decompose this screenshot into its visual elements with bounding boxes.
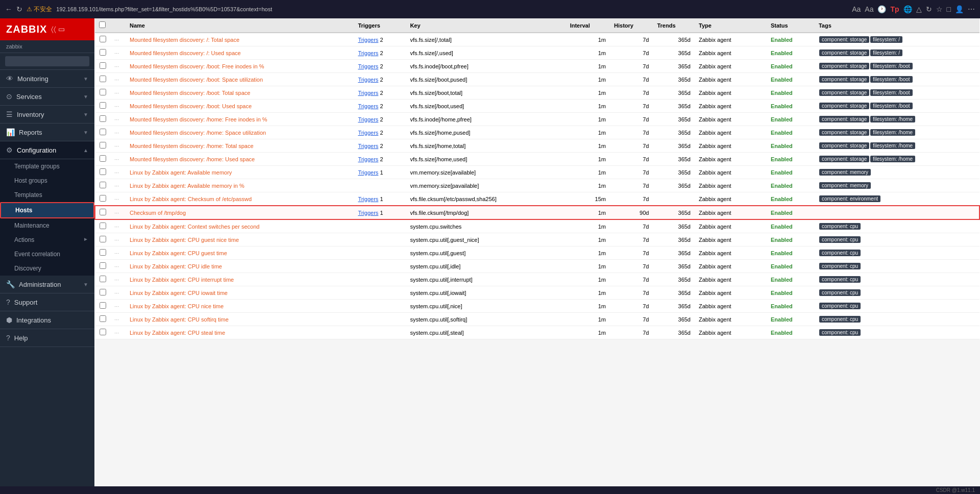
item-name-link[interactable]: Linux by Zabbix agent: CPU iowait time [130, 290, 228, 296]
row-checkbox[interactable] [100, 102, 106, 109]
drag-handle[interactable]: ··· [110, 286, 126, 300]
item-name-link[interactable]: Mounted filesystem discovery: /boot: Tot… [130, 90, 250, 96]
tag-badge[interactable]: filesystem: /boot [870, 63, 912, 69]
sync-icon[interactable]: ↻ [926, 5, 932, 13]
sidebar-item-template-groups[interactable]: Template groups [0, 159, 94, 174]
tag-badge[interactable]: component: cpu [819, 250, 861, 256]
alert-icon[interactable]: △ [916, 5, 922, 13]
drag-handle[interactable]: ··· [110, 260, 126, 273]
drag-handle[interactable]: ··· [110, 139, 126, 153]
tag-badge[interactable]: component: storage [819, 116, 869, 122]
item-name-link[interactable]: Linux by Zabbix agent: CPU idle time [130, 263, 222, 269]
sidebar-item-integrations[interactable]: ⬢ Integrations [0, 311, 94, 329]
trigger-link[interactable]: Triggers [358, 77, 378, 83]
sidebar-item-reports[interactable]: 📊 Reports ▼ [0, 124, 94, 141]
row-checkbox[interactable] [100, 195, 106, 202]
item-name-link[interactable]: Linux by Zabbix agent: Context switches … [130, 224, 259, 230]
row-checkbox[interactable] [100, 182, 106, 188]
drag-handle[interactable]: ··· [110, 86, 126, 100]
clock-icon[interactable]: 🕐 [877, 5, 886, 13]
th-tags[interactable]: Tags [815, 18, 979, 33]
trigger-link[interactable]: Triggers [358, 50, 378, 56]
item-name-link[interactable]: Linux by Zabbix agent: Available memory … [130, 183, 244, 189]
th-status[interactable]: Status [767, 18, 815, 33]
drag-handle[interactable]: ··· [110, 113, 126, 126]
row-checkbox[interactable] [100, 168, 106, 175]
sidebar-item-host-groups[interactable]: Host groups [0, 174, 94, 188]
tag-badge[interactable]: filesystem: /boot [870, 103, 912, 109]
item-name-link[interactable]: Mounted filesystem discovery: /: Total s… [130, 37, 239, 43]
trigger-link[interactable]: Triggers [358, 196, 378, 202]
row-checkbox[interactable] [100, 262, 106, 269]
row-checkbox[interactable] [100, 223, 106, 229]
row-checkbox[interactable] [100, 236, 106, 242]
trigger-link[interactable]: Triggers [358, 90, 378, 96]
back-button[interactable]: ← [5, 5, 12, 13]
item-name-link[interactable]: Checksum of /tmp/dog [130, 210, 186, 216]
row-checkbox[interactable] [100, 76, 106, 82]
aa-icon[interactable]: Aa [852, 5, 861, 13]
trigger-link[interactable]: Triggers [358, 143, 378, 149]
tag-badge[interactable]: filesystem: /boot [870, 76, 912, 83]
star-icon[interactable]: ☆ [936, 5, 943, 13]
drag-handle[interactable]: ··· [110, 46, 126, 60]
tag-badge[interactable]: filesystem: /home [870, 116, 915, 122]
row-checkbox[interactable] [100, 129, 106, 135]
item-name-link[interactable]: Mounted filesystem discovery: /boot: Fre… [130, 63, 264, 69]
sidebar-item-discovery[interactable]: Discovery [0, 261, 94, 276]
tag-badge[interactable]: component: storage [819, 63, 869, 69]
tag-badge[interactable]: component: storage [819, 156, 869, 162]
trigger-link[interactable]: Triggers [358, 156, 378, 162]
tag-badge[interactable]: component: environment [819, 195, 880, 202]
drag-handle[interactable]: ··· [110, 300, 126, 313]
item-name-link[interactable]: Linux by Zabbix agent: CPU interrupt tim… [130, 277, 234, 283]
drag-handle[interactable]: ··· [110, 179, 126, 192]
sidebar-item-inventory[interactable]: ☰ Inventory ▼ [0, 106, 94, 124]
tag-badge[interactable]: component: cpu [819, 276, 861, 283]
drag-handle[interactable]: ··· [110, 219, 126, 233]
drag-handle[interactable]: ··· [110, 192, 126, 206]
tag-badge[interactable]: filesystem: /home [870, 129, 915, 136]
drag-handle[interactable]: ··· [110, 326, 126, 339]
drag-handle[interactable]: ··· [110, 206, 126, 219]
row-checkbox[interactable] [100, 289, 106, 295]
tag-badge[interactable]: filesystem: /boot [870, 89, 912, 96]
tag-badge[interactable]: component: storage [819, 103, 869, 109]
trigger-link[interactable]: Triggers [358, 37, 378, 43]
row-checkbox[interactable] [100, 36, 106, 42]
item-name-link[interactable]: Mounted filesystem discovery: /home: Use… [130, 156, 255, 162]
item-name-link[interactable]: Mounted filesystem discovery: /: Used sp… [130, 50, 241, 56]
th-triggers[interactable]: Triggers [354, 18, 406, 33]
tag-badge[interactable]: component: cpu [819, 329, 861, 336]
drag-handle[interactable]: ··· [110, 73, 126, 86]
sidebar-item-configuration[interactable]: ⚙ Configuration ▲ [0, 141, 94, 159]
item-name-link[interactable]: Linux by Zabbix agent: Available memory [130, 169, 232, 176]
row-checkbox[interactable] [100, 155, 106, 162]
tag-badge[interactable]: component: storage [819, 129, 869, 136]
item-name-link[interactable]: Linux by Zabbix agent: CPU steal time [130, 330, 225, 336]
drag-handle[interactable]: ··· [110, 233, 126, 246]
expand-icon[interactable]: ▭ [58, 25, 65, 34]
sidebar-item-monitoring[interactable]: 👁 Monitoring ▼ [0, 70, 94, 88]
th-name[interactable]: Name [126, 18, 354, 33]
item-name-link[interactable]: Linux by Zabbix agent: CPU softirq time [130, 316, 229, 323]
row-checkbox[interactable] [100, 115, 106, 122]
row-checkbox[interactable] [100, 329, 106, 335]
tag-badge[interactable]: component: memory [819, 169, 871, 176]
drag-handle[interactable]: ··· [110, 166, 126, 179]
th-type[interactable]: Type [695, 18, 767, 33]
item-name-link[interactable]: Mounted filesystem discovery: /home: Tot… [130, 143, 254, 149]
sidebar-item-support[interactable]: ? Support [0, 293, 94, 311]
tag-badge[interactable]: component: memory [819, 182, 871, 189]
tag-badge[interactable]: filesystem: /home [870, 142, 915, 149]
trigger-link[interactable]: Triggers [358, 130, 378, 136]
drag-handle[interactable]: ··· [110, 313, 126, 326]
sidebar-logo[interactable]: ZABBIX 〈〈 ▭ [0, 18, 94, 40]
drag-handle[interactable]: ··· [110, 100, 126, 113]
th-key[interactable]: Key [406, 18, 566, 33]
trigger-link[interactable]: Triggers [358, 63, 378, 69]
tag-badge[interactable]: component: cpu [819, 303, 861, 309]
drag-handle[interactable]: ··· [110, 246, 126, 260]
row-checkbox[interactable] [100, 142, 106, 149]
row-checkbox[interactable] [100, 62, 106, 69]
